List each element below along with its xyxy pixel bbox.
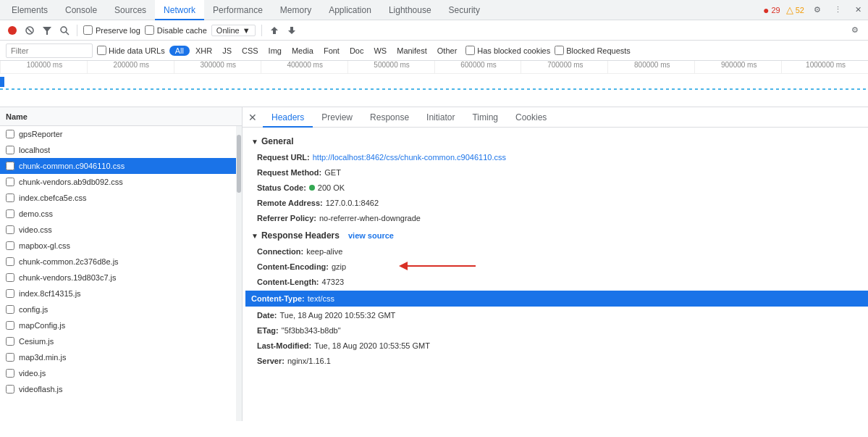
- server-val: nginx/1.16.1: [287, 354, 331, 367]
- tab-network[interactable]: Network: [155, 0, 204, 20]
- filter-type-img[interactable]: Img: [264, 46, 286, 56]
- filter-type-other[interactable]: Other: [433, 46, 462, 56]
- svg-line-5: [66, 32, 69, 35]
- list-item-checkbox[interactable]: [6, 257, 14, 266]
- tab-application[interactable]: Application: [320, 0, 380, 20]
- tab-console[interactable]: Console: [56, 0, 106, 20]
- list-scrollbar-thumb[interactable]: [237, 135, 241, 193]
- list-item-checkbox[interactable]: [6, 209, 14, 218]
- list-item[interactable]: chunk-vendors.19d803c7.js: [0, 270, 236, 286]
- preserve-log-checkbox[interactable]: [83, 25, 93, 35]
- network-list-scroll[interactable]: gpsReporter localhost chunk-common.c9046…: [0, 126, 236, 421]
- filter-toggle-button[interactable]: [41, 24, 54, 37]
- list-item[interactable]: mapbox-gl.css: [0, 238, 236, 254]
- list-item-checkbox[interactable]: [6, 241, 14, 250]
- list-item-checkbox[interactable]: [6, 321, 14, 330]
- tab-sources[interactable]: Sources: [106, 0, 155, 20]
- search-button[interactable]: [58, 24, 71, 37]
- network-throttle-select[interactable]: Online ▼: [211, 25, 256, 36]
- content-length-key: Content-Length:: [257, 275, 319, 288]
- filter-type-all[interactable]: All: [169, 46, 190, 56]
- etag-row: ETag: "5f3bb343-b8db": [251, 324, 859, 337]
- list-item-checkbox[interactable]: [6, 146, 14, 154]
- list-item[interactable]: Cesium.js: [0, 333, 236, 349]
- tab-initiator[interactable]: Initiator: [418, 107, 463, 128]
- tab-response[interactable]: Response: [361, 107, 418, 128]
- list-item-selected[interactable]: chunk-common.c9046110.css: [0, 158, 236, 174]
- import-har-button[interactable]: [268, 24, 281, 37]
- status-code-key: Status Code:: [257, 181, 306, 194]
- filter-type-manifest[interactable]: Manifest: [392, 46, 431, 56]
- preserve-log-checkbox-label[interactable]: Preserve log: [83, 25, 140, 35]
- filter-type-media[interactable]: Media: [287, 46, 318, 56]
- list-item-checkbox[interactable]: [6, 337, 14, 346]
- list-item[interactable]: map3d.min.js: [0, 349, 236, 365]
- list-item[interactable]: config.js: [0, 301, 236, 317]
- tab-memory[interactable]: Memory: [271, 0, 320, 20]
- list-item-name: gpsReporter: [19, 130, 63, 138]
- general-section-title: General: [261, 136, 294, 146]
- list-item-checkbox[interactable]: [6, 162, 14, 170]
- tab-cookies[interactable]: Cookies: [507, 107, 555, 128]
- toolbar-sep-2: [261, 25, 262, 36]
- list-item-checkbox[interactable]: [6, 289, 14, 298]
- export-har-button[interactable]: [285, 24, 298, 37]
- list-item-checkbox[interactable]: [6, 225, 14, 234]
- response-headers-collapse-icon[interactable]: ▼: [251, 232, 258, 240]
- filter-input[interactable]: [6, 43, 93, 58]
- list-item-checkbox[interactable]: [6, 369, 14, 378]
- list-item-checkbox[interactable]: [6, 130, 14, 138]
- view-source-link[interactable]: view source: [348, 231, 394, 240]
- tab-lighthouse[interactable]: Lighthouse: [380, 0, 440, 20]
- tab-elements[interactable]: Elements: [3, 0, 56, 20]
- filter-type-ws[interactable]: WS: [369, 46, 391, 56]
- list-item[interactable]: video.css: [0, 222, 236, 238]
- disable-cache-checkbox[interactable]: [145, 25, 154, 35]
- filter-type-css[interactable]: CSS: [237, 46, 263, 56]
- list-item[interactable]: localhost: [0, 142, 236, 158]
- tab-preview[interactable]: Preview: [313, 107, 361, 128]
- list-item-checkbox[interactable]: [6, 385, 14, 394]
- tab-timing[interactable]: Timing: [463, 107, 507, 128]
- list-item[interactable]: video.js: [0, 365, 236, 381]
- has-blocked-cookies-label[interactable]: Has blocked cookies: [465, 46, 550, 55]
- close-panel-button[interactable]: ✕: [245, 110, 260, 125]
- list-item[interactable]: demo.css: [0, 206, 236, 222]
- list-item[interactable]: gpsReporter: [0, 126, 236, 142]
- list-item[interactable]: index.cbefca5e.css: [0, 190, 236, 206]
- list-item-checkbox[interactable]: [6, 305, 14, 314]
- filter-type-font[interactable]: Font: [319, 46, 344, 56]
- network-settings-icon[interactable]: ⚙: [848, 23, 862, 38]
- list-item-checkbox[interactable]: [6, 273, 14, 282]
- filter-type-xhr[interactable]: XHR: [191, 46, 216, 56]
- filter-type-doc[interactable]: Doc: [345, 46, 368, 56]
- list-item-checkbox[interactable]: [6, 178, 14, 186]
- devtools-tabs: Elements Console Sources Network Perform…: [3, 0, 489, 20]
- tab-headers[interactable]: Headers: [263, 107, 313, 128]
- blocked-requests-label[interactable]: Blocked Requests: [555, 46, 631, 55]
- more-options-icon[interactable]: ⋮: [830, 3, 845, 17]
- hide-data-urls-checkbox[interactable]: [97, 46, 106, 55]
- list-item[interactable]: chunk-vendors.ab9db092.css: [0, 174, 236, 190]
- list-scrollbar[interactable]: [236, 126, 242, 421]
- blocked-requests-checkbox[interactable]: [555, 46, 564, 55]
- list-item[interactable]: index.8cf14315.js: [0, 286, 236, 301]
- list-item-name: demo.css: [19, 209, 53, 218]
- list-item-checkbox[interactable]: [6, 353, 14, 362]
- settings-icon[interactable]: ⚙: [810, 3, 825, 17]
- timeline-content: [0, 74, 868, 107]
- hide-data-urls-label[interactable]: Hide data URLs: [97, 46, 165, 55]
- close-devtools-icon[interactable]: ✕: [851, 3, 865, 17]
- list-item[interactable]: videoflash.js: [0, 381, 236, 397]
- tab-performance[interactable]: Performance: [204, 0, 271, 20]
- list-item[interactable]: chunk-common.2c376d8e.js: [0, 254, 236, 270]
- general-collapse-icon[interactable]: ▼: [251, 138, 258, 146]
- clear-button[interactable]: [23, 24, 36, 37]
- has-blocked-cookies-checkbox[interactable]: [465, 46, 475, 55]
- disable-cache-checkbox-label[interactable]: Disable cache: [145, 25, 207, 35]
- tab-security[interactable]: Security: [440, 0, 489, 20]
- list-item-checkbox[interactable]: [6, 193, 14, 202]
- record-button[interactable]: [6, 24, 19, 37]
- list-item[interactable]: mapConfig.js: [0, 317, 236, 333]
- filter-type-js[interactable]: JS: [218, 46, 236, 56]
